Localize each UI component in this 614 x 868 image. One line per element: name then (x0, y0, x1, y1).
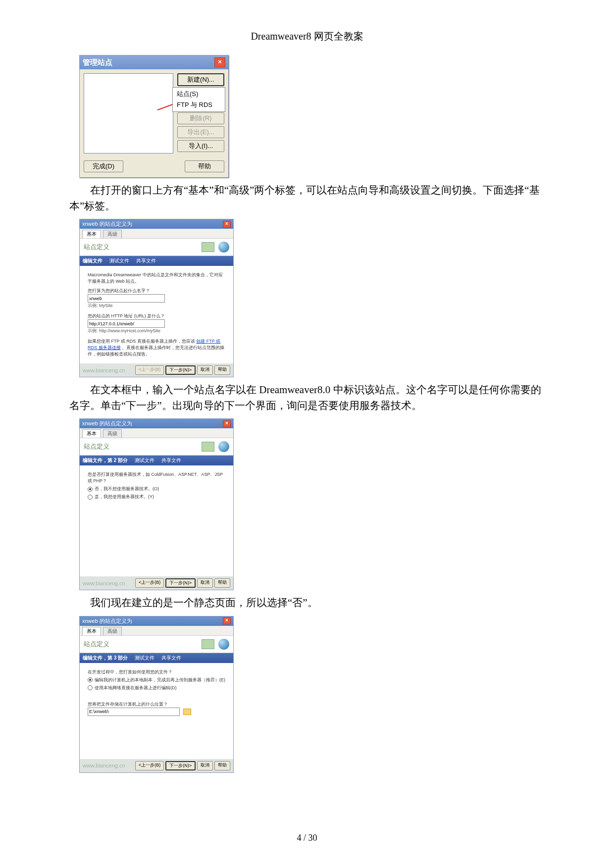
new-button[interactable]: 新建(N)... (177, 73, 224, 86)
intro-text: Macromedia Dreamweaver 中的站点是文件和文件夹的集合，它对… (88, 272, 225, 285)
band-share: 共享文件 (161, 655, 181, 662)
section-title: 站点定义 (84, 243, 109, 252)
band-edit: 编辑文件，第 3 部分 (83, 655, 128, 662)
globe-icon (218, 242, 229, 253)
site-def-wizard-step2: xnweb 的站点定义为 × 基本 高级 站点定义 编辑文件，第 2 部分 测试… (79, 418, 234, 590)
radio-no[interactable]: 否，我不想使用服务器技术。(O) (88, 486, 225, 492)
folder-icon[interactable] (183, 709, 191, 715)
band-share: 共享文件 (136, 257, 156, 264)
next-button[interactable]: 下一步(N)> (165, 578, 196, 588)
site-def-wizard-step1: xnweb 的站点定义为 × 基本 高级 站点定义 编辑文件 测试文件 共享文件… (79, 219, 234, 377)
doc-title: Dreamweaver8 网页全教案 (69, 30, 545, 43)
import-button[interactable]: 导入(I)... (177, 140, 224, 152)
close-icon[interactable]: × (223, 617, 231, 624)
menu-site[interactable]: 站点(S) (173, 89, 225, 100)
band-share: 共享文件 (161, 457, 181, 464)
q-name: 您打算为您的站点起什么名字？ (88, 288, 225, 294)
prev-button: <上一步(B) (135, 365, 164, 375)
prev-button[interactable]: <上一步(B) (135, 578, 164, 588)
menu-ftp-rds[interactable]: FTP 与 RDS (173, 100, 225, 110)
next-button[interactable]: 下一步(N)> (165, 365, 196, 375)
computer-icon (202, 442, 214, 452)
note-pre: 如果想使用 FTP 或 RDS 直接在服务器上操作，您应该 (88, 339, 195, 344)
help-button[interactable]: 帮助 (214, 365, 230, 375)
remove-button: 删除(R) (177, 112, 224, 124)
computer-icon (202, 242, 214, 252)
band-edit: 编辑文件，第 2 部分 (83, 457, 128, 464)
q-url: 您的站点的 HTTP 地址 (URL) 是什么？ (88, 313, 225, 319)
prev-button[interactable]: <上一步(B) (135, 761, 164, 770)
tab-advanced[interactable]: 高级 (103, 429, 122, 438)
radio-yes[interactable]: 是，我想使用服务器技术。(Y) (88, 494, 225, 500)
done-button[interactable]: 完成(D) (84, 160, 123, 172)
manage-sites-dialog: 管理站点 × 新建(N)... 站点(S) FTP 与 RDS 删除(R) (79, 55, 229, 178)
close-icon[interactable]: × (223, 221, 231, 228)
example-name: 示例: MySite (88, 303, 225, 309)
computer-icon (202, 639, 214, 649)
radio-direct-server[interactable]: 使用本地网络直接在服务器上进行编辑(D) (88, 685, 225, 691)
cancel-button[interactable]: 取消 (197, 578, 213, 588)
band-test: 测试文件 (135, 457, 154, 464)
tab-basic[interactable]: 基本 (82, 627, 101, 635)
tab-basic[interactable]: 基本 (82, 230, 101, 238)
band-test: 测试文件 (109, 257, 129, 264)
site-url-input[interactable] (88, 319, 165, 328)
paragraph-1: 在打开的窗口上方有“基本”和“高级”两个标签，可以在站点向导和高级设置之间切换。… (69, 183, 545, 214)
site-list[interactable] (84, 73, 173, 153)
new-menu: 站点(S) FTP 与 RDS (172, 87, 225, 112)
watermark: www.bianceng.cn (83, 367, 125, 373)
site-def-wizard-step3: xnweb 的站点定义为 × 基本 高级 站点定义 编辑文件，第 3 部分 测试… (79, 616, 234, 773)
tab-advanced[interactable]: 高级 (103, 627, 122, 635)
page-number: 4 / 30 (0, 833, 614, 843)
band-edit: 编辑文件 (83, 257, 102, 264)
watermark: www.bianceng.cn (83, 763, 125, 768)
cancel-button[interactable]: 取消 (197, 761, 213, 770)
band-test: 测试文件 (135, 655, 154, 662)
globe-icon (218, 639, 229, 650)
close-icon[interactable]: × (214, 57, 225, 67)
section-title: 站点定义 (84, 442, 109, 451)
globe-icon (218, 441, 229, 452)
cancel-button[interactable]: 取消 (197, 365, 213, 375)
next-button[interactable]: 下一步(N)> (165, 761, 196, 770)
help-button[interactable]: 帮助 (185, 160, 224, 172)
close-icon[interactable]: × (223, 420, 231, 427)
q-server-tech: 您是否打算使用服务器技术，如 ColdFusion、ASP.NET、ASP、JS… (88, 471, 225, 484)
tab-basic[interactable]: 基本 (82, 429, 101, 438)
dialog-title: 管理站点 (83, 58, 112, 67)
example-url: 示例: http://www.myHost.com/mySite (88, 328, 225, 334)
radio-local-copy[interactable]: 编辑我的计算机上的本地副本，完成后再上传到服务器（推荐）(E) (88, 677, 225, 683)
q-how-files: 在开发过程中，您打算如何使用您的文件？ (88, 669, 225, 675)
tab-advanced[interactable]: 高级 (103, 230, 122, 238)
watermark: www.bianceng.cn (83, 580, 125, 586)
local-path-input[interactable] (88, 708, 180, 716)
section-title: 站点定义 (84, 640, 109, 649)
help-button[interactable]: 帮助 (214, 761, 230, 770)
q-where-store: 您将把文件存储在计算机上的什么位置？ (88, 701, 225, 708)
wizard-title: xnweb 的站点定义为 (82, 420, 132, 427)
paragraph-2: 在文本框中，输入一个站点名字以在 Dreamweaver8.0 中标识该站点。这… (69, 382, 545, 413)
wizard-title: xnweb 的站点定义为 (82, 220, 132, 228)
wizard-title: xnweb 的站点定义为 (82, 617, 132, 625)
help-button[interactable]: 帮助 (214, 578, 230, 588)
site-name-input[interactable] (88, 294, 165, 303)
export-button: 导出(E)... (177, 126, 224, 138)
paragraph-3: 我们现在建立的是一个静态页面，所以选择“否”。 (69, 595, 545, 611)
